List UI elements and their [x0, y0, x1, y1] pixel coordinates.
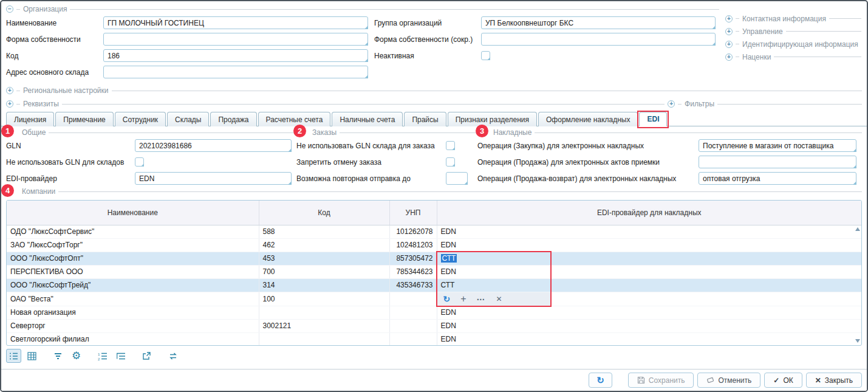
no-gln-warehouses-checkbox[interactable] — [135, 157, 144, 167]
list-view-button[interactable] — [6, 349, 21, 363]
column-header-edi-provider[interactable]: EDI-провайдер для накладных — [437, 201, 861, 225]
ownership-abbr-input[interactable] — [481, 33, 716, 46]
scroll-down-icon[interactable] — [855, 339, 860, 343]
scroll-up-icon[interactable] — [855, 227, 860, 231]
tab-division-signs[interactable]: Признаки разделения — [448, 112, 537, 126]
expand-icon[interactable]: + — [725, 15, 733, 22]
resend-until-input[interactable] — [446, 172, 468, 185]
sale-return-operation-input[interactable] — [699, 172, 856, 185]
ownership-form-input[interactable] — [103, 33, 368, 46]
add-icon[interactable]: + — [460, 294, 466, 304]
group-header-management[interactable]: + Управление — [725, 25, 861, 38]
company-code: 462 — [263, 241, 275, 249]
company-unp: 102481203 — [396, 241, 432, 249]
tab-note[interactable]: Примечание — [55, 112, 113, 126]
sync-button[interactable] — [165, 349, 180, 363]
group-header-contact-info[interactable]: + Контактная информация — [725, 12, 861, 25]
group-header-identifying-info[interactable]: + Идентифицирующая информация — [725, 38, 861, 50]
grouping-icon — [116, 352, 126, 360]
inactive-checkbox[interactable] — [481, 51, 490, 60]
company-edi-provider: EDN — [441, 241, 456, 249]
divider — [717, 104, 862, 105]
tab-invoice-layout[interactable]: Оформление накладных — [538, 112, 638, 126]
edi-provider-edit-cell[interactable]: СТТ — [437, 252, 861, 265]
company-row[interactable]: Северторг 3002121 EDN — [7, 319, 861, 332]
expand-icon[interactable]: + — [6, 87, 13, 94]
grouping-button[interactable] — [113, 349, 128, 363]
company-row-editing[interactable]: ООО "ЛюксСофтОпт" 453 857305472 СТТ — [7, 252, 861, 265]
group-header-markups[interactable]: + Наценки — [725, 50, 861, 63]
grid-view-icon — [27, 352, 36, 360]
ownership-form-label: Форма собственности — [6, 35, 103, 44]
expand-icon[interactable]: + — [6, 100, 13, 108]
divider — [736, 31, 739, 32]
grid-view-button[interactable] — [24, 349, 39, 363]
divider — [58, 191, 862, 192]
settings-button[interactable]: ⚙ — [69, 349, 84, 363]
edi-tab-content: Общие GLN Не использовать GLN для складо… — [1, 126, 867, 187]
org-group-label: Группа организаций — [368, 19, 481, 27]
side-groups-panel: + Контактная информация + Управление + И… — [719, 4, 864, 80]
sale-return-operation-label: Операция (Продажа-возврат) для электронн… — [477, 174, 699, 183]
company-row[interactable]: Светлогорский филиал EDN — [7, 332, 861, 346]
organization-group-label: Организация — [23, 5, 67, 13]
refresh-icon[interactable]: ↻ — [443, 294, 451, 304]
close-button[interactable]: ✕ Закрыть — [806, 373, 862, 388]
forbid-order-cancel-checkbox[interactable] — [446, 157, 455, 167]
open-external-button[interactable] — [139, 349, 154, 363]
company-row[interactable]: ПЕРСПЕКТИВА ООО 700 785344623 EDN — [7, 265, 861, 278]
tab-license[interactable]: Лицензия — [6, 112, 54, 126]
divider — [16, 9, 20, 10]
gln-input[interactable] — [135, 139, 292, 152]
collapse-icon[interactable]: − — [6, 5, 13, 13]
org-group-input[interactable] — [481, 16, 716, 29]
filter-button[interactable] — [50, 349, 66, 363]
expand-icon[interactable]: + — [668, 100, 675, 108]
save-icon — [637, 376, 645, 384]
warehouse-address-label: Адрес основного склада — [6, 68, 103, 77]
tab-edi[interactable]: EDI — [639, 112, 667, 126]
tab-settlement-accounts[interactable]: Расчетные счета — [258, 112, 331, 126]
column-header-unp[interactable]: УНП — [389, 201, 437, 225]
divider — [786, 31, 861, 32]
tab-employee[interactable]: Сотрудник — [115, 112, 166, 126]
ok-button[interactable]: ✓ ОК — [764, 373, 802, 388]
warehouse-address-input[interactable] — [103, 66, 368, 78]
clear-icon[interactable]: ✕ — [496, 295, 502, 303]
sale-operation-input[interactable] — [699, 156, 856, 168]
company-code: 588 — [263, 227, 275, 236]
cancel-button[interactable]: Отменить — [697, 373, 760, 388]
code-input[interactable] — [103, 49, 368, 62]
company-row[interactable]: Новая организация EDN — [7, 306, 861, 319]
company-edi-provider: EDN — [441, 335, 456, 343]
more-icon[interactable]: ⋯ — [477, 294, 486, 304]
tab-warehouses[interactable]: Склады — [167, 112, 209, 126]
expand-icon[interactable]: + — [725, 53, 733, 61]
refresh-button[interactable]: ↻ — [589, 373, 612, 388]
expand-icon[interactable]: + — [725, 28, 733, 35]
group-general: Общие GLN Не использовать GLN для складо… — [6, 128, 296, 187]
group-header-regional-settings[interactable]: + Региональные настройки — [1, 84, 867, 97]
company-row[interactable]: ОАО "Веста" 100 ↻ + ⋯ ✕ — [7, 292, 861, 306]
company-name: ООО "ЛюксСофтТрейд" — [10, 281, 91, 289]
vertical-scrollbar[interactable] — [854, 225, 861, 345]
expand-icon[interactable]: + — [725, 41, 733, 48]
company-name: ЗАО "ЛюксСофтТорг" — [10, 241, 83, 249]
tab-price-lists[interactable]: Прайсы — [404, 112, 446, 126]
company-row[interactable]: ЗАО "ЛюксСофтТорг" 462 102481203 EDN — [7, 238, 861, 252]
column-header-name[interactable]: Наименование — [7, 201, 259, 225]
tab-sale[interactable]: Продажа — [210, 112, 256, 126]
org-name-input[interactable] — [103, 16, 368, 29]
group-header-requisites[interactable]: + Реквизиты + Фильтры — [1, 97, 867, 111]
purchase-operation-input[interactable] — [699, 139, 856, 152]
no-gln-order-checkbox[interactable] — [446, 141, 455, 150]
edi-provider-input[interactable] — [135, 172, 292, 185]
company-row-selected[interactable]: ООО "ЛюксСофтТрейд" 314 435346733 СТТ — [7, 278, 861, 292]
company-name: Северторг — [10, 322, 46, 330]
invoices-group-label: Накладные — [493, 128, 531, 137]
tab-cash-accounts[interactable]: Наличные счета — [332, 112, 403, 126]
numbered-list-button[interactable]: 12 — [95, 349, 110, 363]
company-row[interactable]: ОДО "ЛюксСофтСервис" 588 101262078 EDN — [7, 225, 861, 238]
save-button[interactable]: Сохранить — [628, 373, 694, 388]
column-header-code[interactable]: Код — [259, 201, 389, 225]
